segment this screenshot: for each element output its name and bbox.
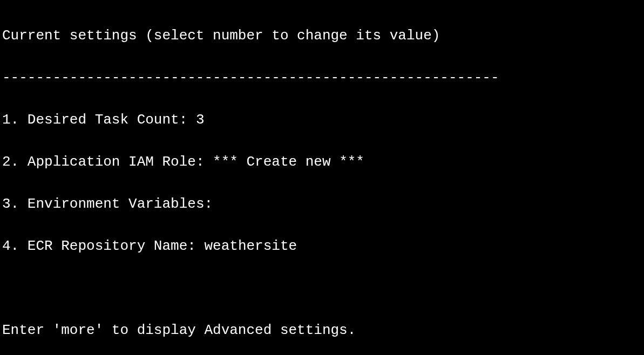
settings-header: Current settings (select number to chang… [2, 25, 642, 46]
terminal-output[interactable]: Current settings (select number to chang… [2, 4, 642, 355]
blank-line [2, 278, 642, 299]
setting-4: 4. ECR Repository Name: weathersite [2, 236, 642, 257]
setting-3: 3. Environment Variables: [2, 194, 642, 215]
setting-1: 1. Desired Task Count: 3 [2, 110, 642, 131]
setting-2: 2. Application IAM Role: *** Create new … [2, 152, 642, 173]
divider: ----------------------------------------… [2, 67, 642, 88]
prompt-more: Enter 'more' to display Advanced setting… [2, 320, 642, 341]
